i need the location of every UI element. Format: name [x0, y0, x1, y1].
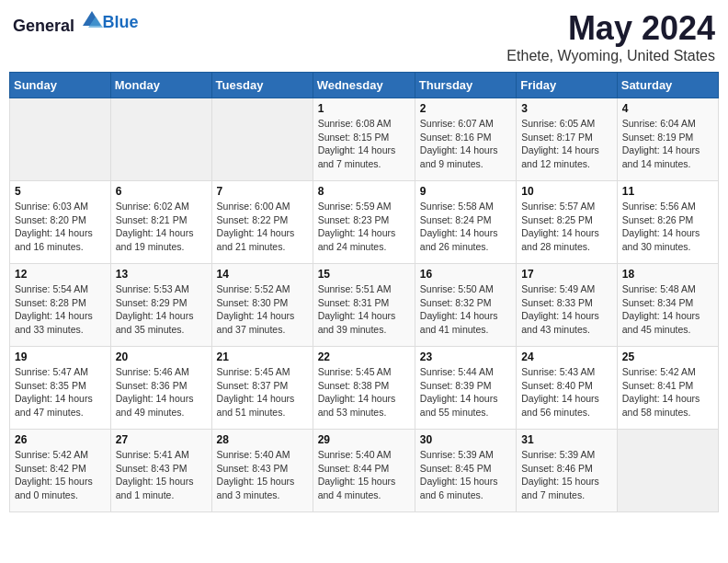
- weekday-header-saturday: Saturday: [617, 73, 718, 98]
- header: General Blue May 2024 Ethete, Wyoming, U…: [9, 9, 719, 64]
- calendar-cell: 11Sunrise: 5:56 AM Sunset: 8:26 PM Dayli…: [617, 181, 718, 264]
- day-number: 12: [15, 268, 106, 281]
- day-number: 9: [420, 185, 511, 198]
- day-number: 30: [420, 433, 511, 446]
- day-number: 27: [116, 433, 207, 446]
- calendar-cell: 31Sunrise: 5:39 AM Sunset: 8:46 PM Dayli…: [517, 430, 618, 512]
- day-info: Sunrise: 6:02 AM Sunset: 8:21 PM Dayligh…: [116, 200, 207, 254]
- calendar-cell: 8Sunrise: 5:59 AM Sunset: 8:23 PM Daylig…: [313, 181, 415, 264]
- day-info: Sunrise: 5:53 AM Sunset: 8:29 PM Dayligh…: [116, 282, 207, 337]
- day-info: Sunrise: 5:39 AM Sunset: 8:45 PM Dayligh…: [420, 448, 511, 502]
- weekday-header-row: SundayMondayTuesdayWednesdayThursdayFrid…: [10, 73, 719, 98]
- day-info: Sunrise: 5:45 AM Sunset: 8:37 PM Dayligh…: [217, 365, 308, 419]
- day-info: Sunrise: 5:50 AM Sunset: 8:32 PM Dayligh…: [420, 282, 511, 337]
- day-number: 21: [217, 350, 308, 363]
- logo-icon: [81, 9, 103, 31]
- calendar-cell: 7Sunrise: 6:00 AM Sunset: 8:22 PM Daylig…: [211, 181, 313, 264]
- day-info: Sunrise: 5:42 AM Sunset: 8:41 PM Dayligh…: [622, 365, 713, 419]
- calendar-cell: 21Sunrise: 5:45 AM Sunset: 8:37 PM Dayli…: [211, 347, 313, 430]
- day-number: 8: [318, 185, 410, 198]
- day-info: Sunrise: 5:54 AM Sunset: 8:28 PM Dayligh…: [15, 282, 106, 337]
- week-row-2: 5Sunrise: 6:03 AM Sunset: 8:20 PM Daylig…: [10, 181, 719, 264]
- calendar-cell: 25Sunrise: 5:42 AM Sunset: 8:41 PM Dayli…: [617, 347, 718, 430]
- day-info: Sunrise: 5:40 AM Sunset: 8:44 PM Dayligh…: [318, 448, 410, 502]
- day-info: Sunrise: 6:04 AM Sunset: 8:19 PM Dayligh…: [622, 117, 713, 171]
- day-number: 5: [15, 185, 106, 198]
- calendar-table: SundayMondayTuesdayWednesdayThursdayFrid…: [9, 72, 719, 512]
- day-info: Sunrise: 5:49 AM Sunset: 8:33 PM Dayligh…: [521, 282, 612, 337]
- week-row-5: 26Sunrise: 5:42 AM Sunset: 8:42 PM Dayli…: [10, 430, 719, 512]
- logo-general: General: [13, 17, 74, 35]
- calendar-cell: 9Sunrise: 5:58 AM Sunset: 8:24 PM Daylig…: [415, 181, 516, 264]
- calendar-cell: 17Sunrise: 5:49 AM Sunset: 8:33 PM Dayli…: [517, 264, 618, 347]
- calendar-cell: 1Sunrise: 6:08 AM Sunset: 8:15 PM Daylig…: [313, 98, 415, 181]
- day-info: Sunrise: 6:00 AM Sunset: 8:22 PM Dayligh…: [217, 200, 308, 254]
- weekday-header-wednesday: Wednesday: [313, 73, 415, 98]
- day-info: Sunrise: 5:42 AM Sunset: 8:42 PM Dayligh…: [15, 448, 106, 502]
- day-number: 11: [622, 185, 713, 198]
- day-number: 4: [622, 102, 713, 115]
- title-area: May 2024 Ethete, Wyoming, United States: [506, 9, 715, 64]
- day-info: Sunrise: 5:47 AM Sunset: 8:35 PM Dayligh…: [15, 365, 106, 419]
- day-number: 14: [217, 268, 308, 281]
- day-number: 1: [318, 102, 410, 115]
- calendar-cell: 6Sunrise: 6:02 AM Sunset: 8:21 PM Daylig…: [110, 181, 211, 264]
- calendar-cell: 23Sunrise: 5:44 AM Sunset: 8:39 PM Dayli…: [415, 347, 516, 430]
- day-info: Sunrise: 5:46 AM Sunset: 8:36 PM Dayligh…: [116, 365, 207, 419]
- day-info: Sunrise: 6:05 AM Sunset: 8:17 PM Dayligh…: [521, 117, 612, 171]
- day-info: Sunrise: 5:58 AM Sunset: 8:24 PM Dayligh…: [420, 200, 511, 254]
- calendar-cell: 19Sunrise: 5:47 AM Sunset: 8:35 PM Dayli…: [10, 347, 111, 430]
- calendar-cell: 2Sunrise: 6:07 AM Sunset: 8:16 PM Daylig…: [415, 98, 516, 181]
- calendar-cell: [211, 98, 313, 181]
- day-info: Sunrise: 5:56 AM Sunset: 8:26 PM Dayligh…: [622, 200, 713, 254]
- day-info: Sunrise: 5:40 AM Sunset: 8:43 PM Dayligh…: [217, 448, 308, 502]
- calendar-cell: 13Sunrise: 5:53 AM Sunset: 8:29 PM Dayli…: [110, 264, 211, 347]
- day-number: 3: [521, 102, 612, 115]
- day-number: 23: [420, 350, 511, 363]
- week-row-1: 1Sunrise: 6:08 AM Sunset: 8:15 PM Daylig…: [10, 98, 719, 181]
- day-info: Sunrise: 5:48 AM Sunset: 8:34 PM Dayligh…: [622, 282, 713, 337]
- day-number: 15: [318, 268, 410, 281]
- week-row-4: 19Sunrise: 5:47 AM Sunset: 8:35 PM Dayli…: [10, 347, 719, 430]
- day-info: Sunrise: 6:07 AM Sunset: 8:16 PM Dayligh…: [420, 117, 511, 171]
- day-info: Sunrise: 5:52 AM Sunset: 8:30 PM Dayligh…: [217, 282, 308, 337]
- calendar-cell: 30Sunrise: 5:39 AM Sunset: 8:45 PM Dayli…: [415, 430, 516, 512]
- location-title: Ethete, Wyoming, United States: [506, 48, 715, 64]
- day-number: 29: [318, 433, 410, 446]
- day-info: Sunrise: 5:51 AM Sunset: 8:31 PM Dayligh…: [318, 282, 410, 337]
- month-title: May 2024: [506, 9, 715, 48]
- weekday-header-thursday: Thursday: [415, 73, 516, 98]
- calendar-cell: 12Sunrise: 5:54 AM Sunset: 8:28 PM Dayli…: [10, 264, 111, 347]
- calendar-cell: 28Sunrise: 5:40 AM Sunset: 8:43 PM Dayli…: [211, 430, 313, 512]
- day-number: 20: [116, 350, 207, 363]
- day-number: 24: [521, 350, 612, 363]
- calendar-cell: 22Sunrise: 5:45 AM Sunset: 8:38 PM Dayli…: [313, 347, 415, 430]
- weekday-header-tuesday: Tuesday: [211, 73, 313, 98]
- day-number: 16: [420, 268, 511, 281]
- calendar-cell: 27Sunrise: 5:41 AM Sunset: 8:43 PM Dayli…: [110, 430, 211, 512]
- calendar-cell: 16Sunrise: 5:50 AM Sunset: 8:32 PM Dayli…: [415, 264, 516, 347]
- day-number: 7: [217, 185, 308, 198]
- logo: General Blue: [13, 9, 139, 36]
- day-number: 28: [217, 433, 308, 446]
- day-number: 6: [116, 185, 207, 198]
- calendar-cell: 10Sunrise: 5:57 AM Sunset: 8:25 PM Dayli…: [517, 181, 618, 264]
- day-number: 2: [420, 102, 511, 115]
- day-number: 26: [15, 433, 106, 446]
- day-number: 13: [116, 268, 207, 281]
- calendar-cell: 29Sunrise: 5:40 AM Sunset: 8:44 PM Dayli…: [313, 430, 415, 512]
- day-info: Sunrise: 6:08 AM Sunset: 8:15 PM Dayligh…: [318, 117, 410, 171]
- calendar-cell: 24Sunrise: 5:43 AM Sunset: 8:40 PM Dayli…: [517, 347, 618, 430]
- calendar-cell: 26Sunrise: 5:42 AM Sunset: 8:42 PM Dayli…: [10, 430, 111, 512]
- calendar-cell: 3Sunrise: 6:05 AM Sunset: 8:17 PM Daylig…: [517, 98, 618, 181]
- day-info: Sunrise: 5:57 AM Sunset: 8:25 PM Dayligh…: [521, 200, 612, 254]
- day-info: Sunrise: 5:45 AM Sunset: 8:38 PM Dayligh…: [318, 365, 410, 419]
- day-number: 19: [15, 350, 106, 363]
- logo-blue: Blue: [103, 13, 139, 31]
- calendar-cell: 20Sunrise: 5:46 AM Sunset: 8:36 PM Dayli…: [110, 347, 211, 430]
- day-info: Sunrise: 5:43 AM Sunset: 8:40 PM Dayligh…: [521, 365, 612, 419]
- calendar-cell: [617, 430, 718, 512]
- calendar-cell: [110, 98, 211, 181]
- weekday-header-friday: Friday: [517, 73, 618, 98]
- day-info: Sunrise: 5:41 AM Sunset: 8:43 PM Dayligh…: [116, 448, 207, 502]
